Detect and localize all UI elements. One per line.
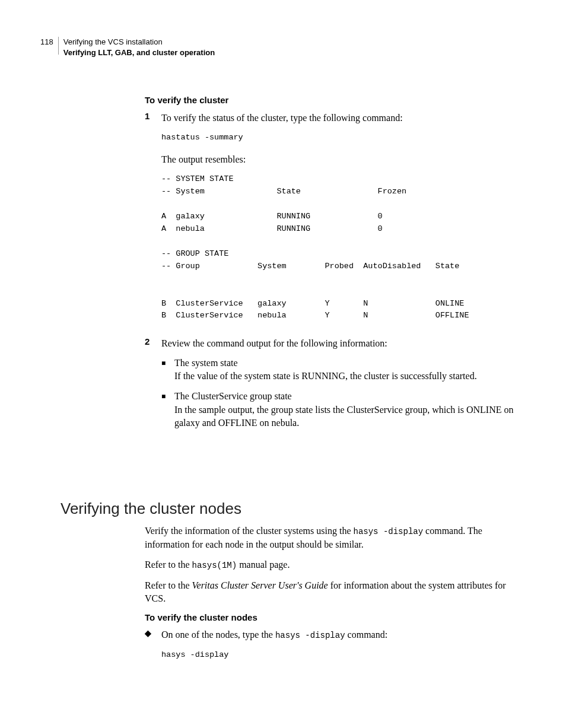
bullet-title: The system state bbox=[174, 357, 516, 370]
inline-code: hasys -display bbox=[353, 527, 423, 536]
square-bullet-icon: ■ bbox=[161, 390, 174, 430]
diamond-bullet-icon: ◆ bbox=[145, 628, 161, 670]
bullet-desc: If the value of the system state is RUNN… bbox=[174, 370, 516, 383]
procedure-title: To verify the cluster nodes bbox=[145, 612, 516, 622]
bullet-title: The ClusterService group state bbox=[174, 390, 516, 403]
page-number: 118 bbox=[40, 37, 58, 47]
command-block: hasys -display bbox=[161, 649, 516, 662]
bullet-item: ■ The ClusterService group state In the … bbox=[161, 390, 516, 430]
bullet-body: The ClusterService group state In the sa… bbox=[174, 390, 516, 430]
page-header: 118 Verifying the VCS installation Verif… bbox=[40, 37, 215, 58]
bullet-step: ◆ On one of the nodes, type the hasys -d… bbox=[145, 628, 516, 670]
paragraph: Verify the information of the cluster sy… bbox=[145, 524, 516, 551]
step-body: To verify the status of the cluster, typ… bbox=[161, 111, 516, 330]
step-number: 2 bbox=[145, 336, 161, 437]
step-text: To verify the status of the cluster, typ… bbox=[161, 111, 516, 125]
paragraph: Refer to the hasys(1M) manual page. bbox=[145, 558, 516, 572]
header-text: Verifying the VCS installation Verifying… bbox=[63, 37, 215, 58]
step-2: 2 Review the command output for the foll… bbox=[145, 336, 516, 437]
bullet-body: The system state If the value of the sys… bbox=[174, 357, 516, 383]
square-bullet-icon: ■ bbox=[161, 357, 174, 383]
step-body: On one of the nodes, type the hasys -dis… bbox=[161, 628, 516, 670]
inline-code: hasys -display bbox=[275, 631, 345, 640]
paragraph: Refer to the Veritas Cluster Server User… bbox=[145, 579, 516, 606]
output-label: The output resembles: bbox=[161, 152, 516, 166]
heading-level-2: Verifying the cluster nodes bbox=[61, 500, 241, 518]
step-1: 1 To verify the status of the cluster, t… bbox=[145, 111, 516, 330]
header-chapter: Verifying the VCS installation bbox=[63, 37, 215, 47]
procedure-title: To verify the cluster bbox=[145, 95, 516, 105]
inline-code: hasys(1M) bbox=[192, 561, 237, 570]
book-title: Veritas Cluster Server User's Guide bbox=[192, 580, 328, 590]
step-body: Review the command output for the follow… bbox=[161, 336, 516, 437]
output-block: -- SYSTEM STATE -- System State Frozen A… bbox=[161, 173, 516, 322]
bullet-item: ■ The system state If the value of the s… bbox=[161, 357, 516, 383]
step-number: 1 bbox=[145, 111, 161, 330]
content-section-2: Verify the information of the cluster sy… bbox=[145, 524, 516, 676]
header-section: Verifying LLT, GAB, and cluster operatio… bbox=[63, 47, 215, 58]
header-divider bbox=[58, 37, 59, 55]
step-text: Review the command output for the follow… bbox=[161, 336, 516, 350]
bullet-desc: In the sample output, the group state li… bbox=[174, 403, 516, 430]
content-section-1: To verify the cluster 1 To verify the st… bbox=[145, 95, 516, 443]
step-text: On one of the nodes, type the hasys -dis… bbox=[161, 628, 516, 642]
command-block: hastatus -summary bbox=[161, 132, 516, 144]
